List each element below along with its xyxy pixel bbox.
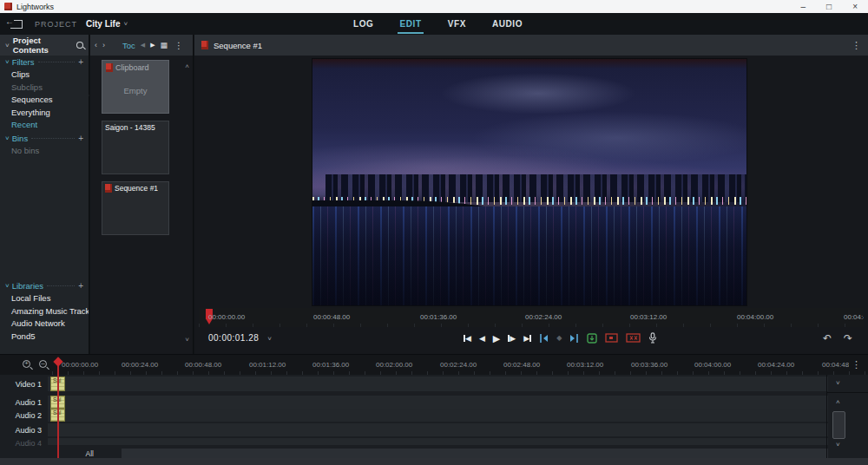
tab-audio[interactable]: AUDIO [490, 15, 524, 34]
page-right-icon[interactable]: ▶ [150, 42, 155, 49]
scroll-down-icon[interactable]: ˅ [185, 336, 189, 344]
skip-to-end-button[interactable]: ▶ [523, 334, 531, 343]
app-title: Lightworks [16, 3, 54, 11]
app-logo-icon [4, 3, 12, 10]
sidebar-item-audio-network[interactable]: Audio Network [0, 318, 89, 331]
timecode-display[interactable]: 00:00:01.28˅ [208, 333, 273, 343]
add-filter-icon[interactable]: + [78, 57, 83, 67]
audio-scroll-down-icon[interactable]: ˅ [836, 441, 840, 449]
tab-vfx[interactable]: VFX [446, 15, 468, 34]
timeline-ruler[interactable]: + – 00:00:00.00 00:00:24.00 00:00:48.00 … [0, 355, 868, 375]
section-label: Bins [12, 134, 28, 143]
exit-project-button[interactable]: ← [10, 20, 23, 29]
step-forward-button[interactable]: ▶ [508, 334, 516, 343]
undo-icon[interactable]: ↶ [823, 332, 832, 344]
sidebar-item-amazing-music-track[interactable]: Amazing Music Track [0, 305, 89, 318]
ruler-tick: 00:00:24.00 [122, 361, 158, 369]
delete-edit-button[interactable] [626, 333, 641, 343]
ruler-tick: 00:01:12.00 [249, 361, 286, 369]
sidebar-section-bins[interactable]: ˅ Bins + [0, 132, 89, 145]
viewer-timeline-ruler[interactable]: 00:00:00.00 00:00:48.00 00:01:36.00 00:0… [199, 308, 864, 327]
tile-view-icon[interactable]: ▦ [161, 41, 168, 49]
sidebar-section-libraries[interactable]: ˅ Libraries + [0, 279, 89, 292]
sidebar-item-subclips[interactable]: Subclips [0, 82, 89, 95]
image-water [312, 206, 746, 305]
scroll-up-icon[interactable]: ˄ [185, 62, 189, 70]
insert-edit-button[interactable] [587, 333, 597, 344]
track-label-audio3[interactable]: Audio 3 [0, 426, 42, 435]
clip-tile-saigon[interactable]: Saigon - 14385 [102, 121, 169, 174]
track-label-audio2[interactable]: Audio 2 [0, 411, 42, 420]
viewer-image[interactable] [312, 59, 746, 305]
add-library-icon[interactable]: + [78, 281, 83, 291]
maximize-button[interactable]: □ [826, 3, 832, 11]
ruler-tick: 00:03:12.00 [567, 361, 603, 369]
replace-edit-button[interactable] [605, 333, 618, 343]
viewer-menu-icon[interactable]: ⋮ [852, 40, 861, 51]
lightworks-window: Lightworks – □ × ← PROJECT City Life ˅ L… [0, 0, 868, 465]
track-label-audio4[interactable]: Audio 4 [0, 439, 42, 446]
track-label-all[interactable]: All [61, 449, 94, 458]
audio-scroll-up-icon[interactable]: ˄ [836, 398, 840, 406]
track-lane-audio2[interactable] [48, 409, 828, 422]
track-lane-audio1[interactable] [48, 396, 828, 409]
mark-out-button[interactable] [569, 333, 579, 344]
sidebar-item-no-bins: No bins [0, 145, 89, 158]
section-label: Filters [12, 57, 35, 67]
history-back-icon[interactable]: ‹ [95, 41, 97, 49]
back-arrow-icon: ← [5, 17, 14, 25]
zoom-in-icon[interactable]: + [23, 360, 30, 368]
clipboard-tile[interactable]: Clipboard Empty [102, 60, 169, 114]
ruler-tick: 00:00:48.00 [313, 313, 350, 321]
redo-icon[interactable]: ↷ [844, 332, 852, 344]
play-backward-button[interactable]: ◀ [479, 334, 485, 343]
sidebar-section-filters[interactable]: ˅ Filters + [0, 56, 89, 69]
bin-panel-header: ‹ › Toc ◀ ▶ ▦ ⋮ [90, 35, 193, 56]
title-bar: Lightworks – □ × [0, 0, 868, 13]
timeline-menu-icon[interactable]: ⋮ [849, 359, 861, 370]
zoom-out-icon[interactable]: – [39, 360, 47, 368]
sidebar-item-everything[interactable]: Everything [0, 107, 89, 120]
history-forward-icon[interactable]: › [102, 41, 105, 49]
tab-log[interactable]: LOG [352, 15, 375, 34]
add-bin-icon[interactable]: + [78, 134, 83, 143]
sidebar-item-pond5[interactable]: Pond5 [0, 331, 89, 344]
scrollbar-thumb[interactable] [832, 411, 845, 439]
mark-in-button[interactable] [539, 333, 549, 344]
minimize-button[interactable]: – [801, 3, 806, 11]
ruler-tick: 00:01:36.00 [420, 313, 457, 321]
tab-edit[interactable]: EDIT [398, 15, 423, 34]
bin-menu-icon[interactable]: ⋮ [174, 41, 183, 50]
skip-to-start-button[interactable]: ◀ [464, 334, 471, 343]
track-lane-all[interactable] [122, 449, 828, 458]
search-icon[interactable] [76, 42, 83, 49]
page-left-icon[interactable]: ◀ [141, 42, 145, 49]
bin-tiles: Clipboard Empty Saigon - 14385 Sequence … [90, 56, 193, 235]
mark-cue-button[interactable]: ◆ [556, 334, 562, 342]
voiceover-mic-icon[interactable] [648, 332, 657, 344]
video-scroll-down-icon[interactable]: ˅ [836, 379, 840, 387]
sidebar-item-local-files[interactable]: Local Files [0, 292, 89, 305]
project-name[interactable]: City Life [86, 19, 120, 29]
play-button[interactable]: ▶ [493, 334, 500, 343]
bin-panel: ‹ › Toc ◀ ▶ ▦ ⋮ Clipboard Empty Saigon -… [90, 35, 194, 354]
track-scrollbar: ˅ ˄ ˅ [827, 375, 868, 459]
close-button[interactable]: × [852, 3, 858, 11]
chevron-down-icon[interactable]: ˅ [123, 20, 128, 28]
project-contents-header[interactable]: ˅ Project Contents [0, 35, 89, 56]
project-contents-panel: ˅ Project Contents ˅ Filters + Clips Sub… [0, 35, 89, 354]
track-lane-video1[interactable] [48, 377, 828, 391]
playhead-line[interactable] [57, 362, 59, 458]
sidebar-item-sequences[interactable]: Sequences [0, 94, 89, 107]
sidebar-item-recent[interactable]: Recent [0, 119, 89, 132]
track-lane-audio4[interactable] [48, 438, 828, 445]
clip-thumbnail[interactable] [102, 134, 168, 174]
track-lane-audio3[interactable] [48, 423, 828, 436]
sequence-tile[interactable]: Sequence #1 [102, 181, 169, 235]
ruler-tick: 00:01:36.00 [312, 361, 349, 369]
track-label-audio1[interactable]: Audio 1 [0, 398, 42, 407]
track-label-video1[interactable]: Video 1 [0, 380, 42, 389]
sequence-thumbnail[interactable] [102, 194, 168, 234]
bin-name[interactable]: Toc [122, 41, 135, 50]
sidebar-item-clips[interactable]: Clips [0, 69, 89, 82]
